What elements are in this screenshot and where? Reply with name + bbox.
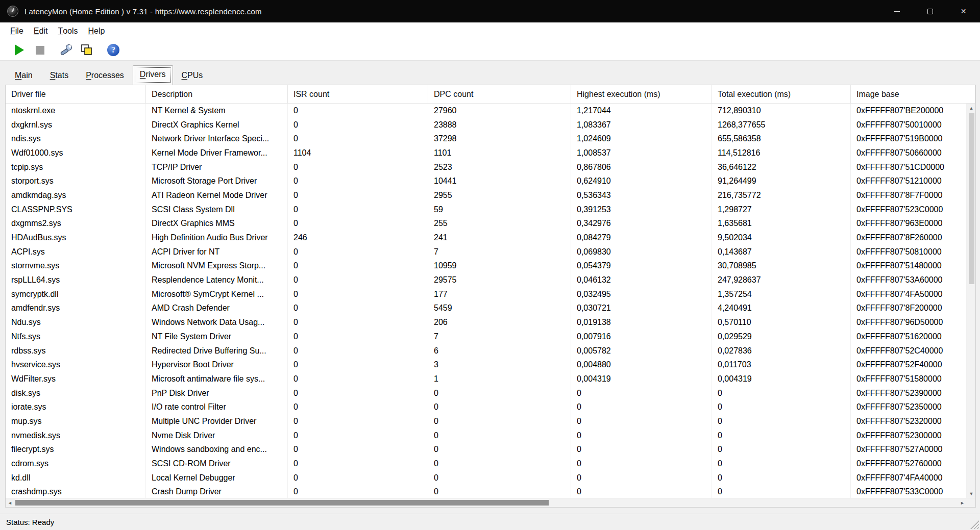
menu-item-tools[interactable]: Tools	[53, 22, 83, 40]
menu-item-help[interactable]: Help	[83, 22, 110, 40]
table-cell: Windows Network Data Usag...	[146, 315, 288, 330]
table-row[interactable]: Wdf01000.sysKernel Mode Driver Framewor.…	[6, 146, 967, 160]
table-row[interactable]: amdfendr.sysAMD Crash Defender054590,030…	[6, 301, 967, 316]
table-cell: 0	[571, 414, 712, 428]
column-header-6[interactable]: Image base	[851, 85, 975, 103]
table-row[interactable]: Ndu.sysWindows Network Data Usag...02060…	[6, 315, 967, 330]
table-row[interactable]: tcpip.sysTCP/IP Driver025230,86780636,64…	[6, 160, 967, 174]
tab-processes[interactable]: Processes	[77, 67, 133, 85]
table-cell: Crash Dump Driver	[146, 485, 288, 498]
table-row[interactable]: amdkmdag.sysATI Radeon Kernel Mode Drive…	[6, 188, 967, 203]
table-row[interactable]: hvservice.sysHypervisor Boot Driver030,0…	[6, 358, 967, 372]
table-row[interactable]: ACPI.sysACPI Driver for NT070,0698300,14…	[6, 245, 967, 259]
table-row[interactable]: CLASSPNP.SYSSCSI Class System Dll0590,39…	[6, 203, 967, 217]
table-cell: 0	[288, 245, 428, 259]
table-cell: 206	[428, 315, 571, 330]
column-header-4[interactable]: Highest execution (ms)	[571, 85, 712, 103]
vertical-scrollbar-thumb[interactable]	[969, 113, 974, 284]
table-cell: 1,357254	[712, 287, 851, 301]
table-cell: 0,046132	[571, 273, 712, 287]
options-button[interactable]	[56, 42, 77, 58]
table-cell: 0	[288, 344, 428, 358]
maximize-button[interactable]	[914, 0, 947, 22]
table-cell: Multiple UNC Provider Driver	[146, 414, 288, 428]
table-cell: 9,502034	[712, 231, 851, 245]
minimize-button[interactable]	[880, 0, 914, 22]
table-row[interactable]: HDAudBus.sysHigh Definition Audio Bus Dr…	[6, 231, 967, 245]
column-header-3[interactable]: DPC count	[428, 85, 571, 103]
table-cell: 0xFFFFF807'52350000	[851, 400, 967, 414]
menubar: FileEditToolsHelp	[0, 22, 980, 40]
menu-item-file[interactable]: File	[5, 22, 29, 40]
table-cell: ndis.sys	[6, 132, 146, 146]
tab-cpus[interactable]: CPUs	[173, 67, 212, 85]
table-row[interactable]: mup.sysMultiple UNC Provider Driver00000…	[6, 414, 967, 428]
table-row[interactable]: dxgkrnl.sysDirectX Graphics Kernel023888…	[6, 118, 967, 132]
scroll-left-icon[interactable]: ◄	[6, 498, 14, 507]
table-cell: 1,217044	[571, 104, 712, 118]
table-cell: 0xFFFFF807'53A60000	[851, 273, 967, 287]
table-row[interactable]: iorate.sysI/O rate control Filter00000xF…	[6, 400, 967, 414]
column-header-2[interactable]: ISR count	[288, 85, 428, 103]
column-header-5[interactable]: Total execution (ms)	[712, 85, 851, 103]
table-row[interactable]: WdFilter.sysMicrosoft antimalware file s…	[6, 372, 967, 386]
table-cell: cdrom.sys	[6, 457, 146, 471]
table-row[interactable]: nvmedisk.sysNvme Disk Driver00000xFFFFF8…	[6, 428, 967, 443]
table-cell: 0xFFFFF807'50660000	[851, 146, 967, 160]
start-monitor-button[interactable]	[9, 42, 30, 58]
menu-item-edit[interactable]: Edit	[29, 22, 53, 40]
close-button[interactable]: ✕	[947, 0, 980, 22]
report-button[interactable]	[77, 42, 97, 58]
table-cell: 0	[428, 471, 571, 485]
scroll-down-icon[interactable]: ▼	[967, 489, 975, 498]
table-row[interactable]: dxgmms2.sysDirectX Graphics MMS02550,342…	[6, 217, 967, 231]
table-row[interactable]: rdbss.sysRedirected Drive Buffering Su..…	[6, 344, 967, 358]
help-button[interactable]: ?	[103, 42, 124, 58]
table-cell: 1268,377655	[712, 118, 851, 132]
table-row[interactable]: ntoskrnl.exeNT Kernel & System0279601,21…	[6, 104, 967, 118]
table-cell: 0,054379	[571, 259, 712, 273]
tab-stats[interactable]: Stats	[41, 67, 77, 85]
table-row[interactable]: crashdmp.sysCrash Dump Driver00000xFFFFF…	[6, 485, 967, 498]
table-cell: 0xFFFFF807'51210000	[851, 174, 967, 188]
table-row[interactable]: rspLLL64.sysResplendence Latency Monit..…	[6, 273, 967, 287]
stop-monitor-button[interactable]	[30, 42, 50, 58]
resize-grip[interactable]	[970, 520, 979, 529]
vertical-scrollbar[interactable]: ▲ ▼	[967, 104, 975, 498]
titlebar: LatencyMon (Home Edition ) v 7.31 - http…	[0, 0, 980, 22]
table-cell: Redirected Drive Buffering Su...	[146, 344, 288, 358]
table-cell: Kernel Mode Driver Framewor...	[146, 146, 288, 160]
table-row[interactable]: Ntfs.sysNT File System Driver070,0079160…	[6, 330, 967, 344]
table-cell: disk.sys	[6, 386, 146, 400]
table-row[interactable]: kd.dllLocal Kernel Debugger00000xFFFFF80…	[6, 471, 967, 485]
scroll-right-icon[interactable]: ►	[958, 498, 967, 507]
scroll-up-icon[interactable]: ▲	[967, 104, 975, 112]
table-row[interactable]: symcryptk.dllMicrosoft® SymCrypt Kernel …	[6, 287, 967, 301]
table-row[interactable]: cdrom.sysSCSI CD-ROM Driver00000xFFFFF80…	[6, 457, 967, 471]
table-cell: WdFilter.sys	[6, 372, 146, 386]
table-cell: 3	[428, 358, 571, 372]
table-row[interactable]: stornvme.sysMicrosoft NVM Express Storp.…	[6, 259, 967, 273]
table-cell: 1104	[288, 146, 428, 160]
table-cell: 0,069830	[571, 245, 712, 259]
table-cell: 0	[428, 400, 571, 414]
horizontal-scrollbar-thumb[interactable]	[15, 500, 549, 506]
horizontal-scrollbar[interactable]: ◄ ►	[6, 498, 967, 507]
table-row[interactable]: ndis.sysNetwork Driver Interface Speci..…	[6, 132, 967, 146]
table-cell: 7	[428, 330, 571, 344]
table-cell: filecrypt.sys	[6, 443, 146, 457]
table-cell: ACPI Driver for NT	[146, 245, 288, 259]
table-row[interactable]: disk.sysPnP Disk Driver00000xFFFFF807'52…	[6, 386, 967, 400]
column-header-0[interactable]: Driver file	[6, 85, 146, 103]
table-cell: 0,030721	[571, 301, 712, 316]
table-row[interactable]: filecrypt.sysWindows sandboxing and enc.…	[6, 443, 967, 457]
table-cell: 0	[288, 330, 428, 344]
table-cell: PnP Disk Driver	[146, 386, 288, 400]
table-cell: 0	[712, 457, 851, 471]
table-row[interactable]: storport.sysMicrosoft Storage Port Drive…	[6, 174, 967, 188]
table-cell: 0xFFFFF807'51580000	[851, 372, 967, 386]
tab-drivers[interactable]: Drivers	[133, 65, 173, 85]
tab-main[interactable]: Main	[6, 67, 41, 85]
column-header-1[interactable]: Description	[146, 85, 288, 103]
table-cell: 0	[288, 315, 428, 330]
